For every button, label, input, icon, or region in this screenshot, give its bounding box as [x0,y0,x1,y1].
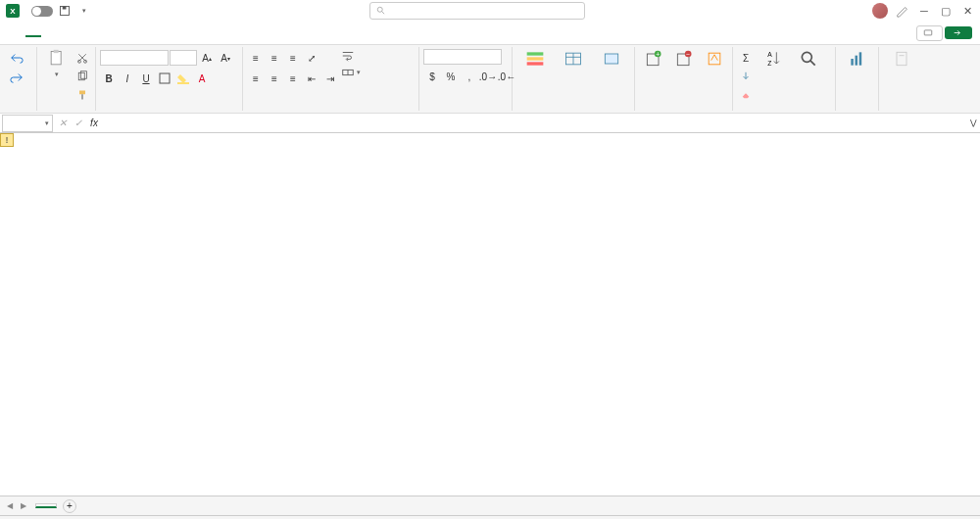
group-undo [8,99,32,111]
font-color-button[interactable]: A [193,70,211,87]
cut-button[interactable] [74,49,91,67]
cell-styles-button[interactable] [594,49,630,70]
tab-page-layout[interactable] [61,30,76,36]
cellstyles-icon [602,49,621,69]
wrap-icon [341,49,355,63]
file-menu[interactable] [8,30,24,36]
svg-rect-4 [924,29,932,34]
format-painter-button[interactable] [74,86,91,104]
group-alignment [247,99,415,111]
merge-center-button[interactable]: ▾ [341,66,361,79]
maximize-button[interactable]: ▢ [939,4,953,18]
tab-developer[interactable] [149,30,165,36]
close-button[interactable]: ✕ [960,4,974,18]
spreadsheet-grid: ! [0,133,980,495]
svg-rect-5 [51,52,61,65]
number-format-select[interactable] [423,49,502,65]
tab-home[interactable] [25,29,41,37]
insert-cells-button[interactable]: + [639,49,667,70]
align-bottom-button[interactable]: ≡ [284,49,302,67]
tab-view[interactable] [131,30,147,36]
search-box[interactable] [369,2,585,20]
fx-button[interactable]: fx [86,116,102,131]
cond-fmt-icon [525,49,545,69]
align-top-button[interactable]: ≡ [247,49,265,67]
align-left-button[interactable]: ≡ [247,70,265,87]
svg-text:A: A [767,51,772,58]
font-name-input[interactable] [100,50,169,66]
tab-help[interactable] [167,30,182,36]
svg-rect-38 [897,52,906,65]
user-account[interactable] [868,3,888,19]
svg-rect-1 [63,7,67,10]
svg-line-3 [382,12,385,15]
italic-button[interactable]: I [119,70,136,87]
orientation-button[interactable]: ⤢ [303,49,320,67]
formula-bar: ▾ ✕ ✓ fx ⋁ [0,114,980,133]
percent-button[interactable]: % [442,68,460,85]
comments-button[interactable] [916,25,943,41]
sort-filter-button[interactable]: AZ [757,49,790,70]
add-sheet-button[interactable]: + [63,499,76,513]
save-icon[interactable] [59,5,71,17]
table-icon [564,49,583,69]
share-icon [953,28,961,37]
avatar [872,3,888,19]
fill-button[interactable] [737,68,755,85]
analyze-data-button[interactable] [840,49,874,70]
sheet-tab[interactable] [35,503,57,508]
menu-bar [0,22,980,45]
increase-decimal-button[interactable]: .0→ [479,68,497,85]
cancel-formula-button[interactable]: ✕ [55,116,71,131]
expand-formula-bar[interactable]: ⋁ [966,118,980,127]
border-button[interactable] [156,70,173,87]
clear-button[interactable] [737,86,755,104]
formula-input[interactable] [102,115,966,132]
minimize-button[interactable]: ─ [917,4,931,18]
search-icon [376,6,386,16]
format-as-table-button[interactable] [555,49,591,70]
autosum-button[interactable]: Σ [737,49,755,67]
bold-button[interactable]: B [100,70,118,87]
delete-cells-button[interactable]: − [669,49,698,70]
svg-rect-14 [177,82,189,84]
pen-icon[interactable] [896,4,909,18]
error-indicator[interactable]: ! [0,133,14,147]
sensitivity-button[interactable] [883,49,920,70]
tab-formulas[interactable] [78,30,94,36]
sheet-nav-next[interactable]: ▶ [18,500,29,512]
group-sensitivity [883,99,924,111]
enter-formula-button[interactable]: ✓ [71,116,86,131]
fill-color-button[interactable] [174,70,192,87]
sheet-nav-prev[interactable]: ◀ [4,500,16,512]
share-button[interactable] [945,26,972,39]
underline-button[interactable]: U [137,70,155,87]
tab-insert[interactable] [43,30,59,36]
align-middle-button[interactable]: ≡ [266,49,283,67]
paste-button[interactable]: ▾ [41,49,72,78]
align-center-button[interactable]: ≡ [266,70,283,87]
tab-data[interactable] [96,30,112,36]
sort-icon: AZ [763,49,783,69]
conditional-formatting-button[interactable] [516,49,553,70]
font-size-input[interactable] [170,50,197,66]
copy-button[interactable] [74,68,91,85]
increase-indent-button[interactable]: ⇥ [321,70,339,87]
svg-rect-13 [160,73,170,83]
svg-point-2 [377,7,382,12]
wrap-text-button[interactable] [341,49,361,63]
format-cells-button[interactable] [700,49,728,70]
align-right-button[interactable]: ≡ [284,70,302,87]
tab-review[interactable] [114,30,129,36]
increase-font-button[interactable]: A▴ [198,49,216,67]
decrease-indent-button[interactable]: ⇤ [303,70,320,87]
redo-button[interactable] [8,69,25,86]
comma-button[interactable]: , [461,68,478,85]
merge-icon [341,66,355,79]
undo-button[interactable] [8,49,25,67]
autosave-toggle[interactable] [31,6,53,17]
name-box[interactable]: ▾ [2,115,53,132]
find-select-button[interactable] [792,49,825,70]
currency-button[interactable]: $ [423,68,441,85]
decrease-font-button[interactable]: A▾ [217,49,234,67]
